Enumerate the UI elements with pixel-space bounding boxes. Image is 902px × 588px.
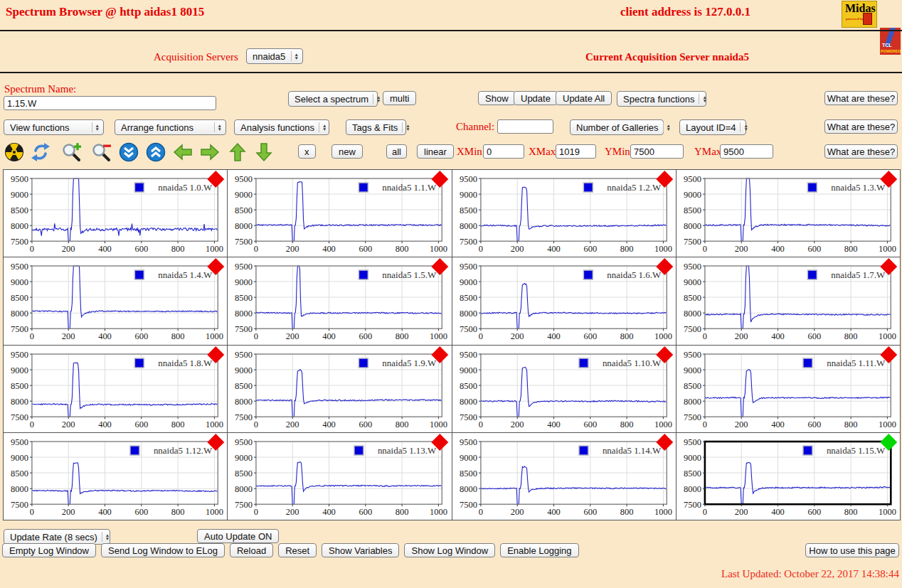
view-functions-select[interactable]: View functions ▲▼: [4, 119, 104, 135]
spectrum-panel-1.6.W[interactable]: 7500800085009000950002004006008001000nna…: [452, 257, 676, 344]
ymax-input[interactable]: [720, 144, 773, 159]
spectrum-plot: 7500800085009000950002004006008001000nna…: [4, 170, 227, 257]
svg-text:200: 200: [62, 244, 75, 254]
svg-text:400: 400: [98, 331, 112, 341]
zoom-out-icon[interactable]: [91, 142, 111, 162]
what-are-these-button-3[interactable]: What are these?: [824, 144, 898, 159]
select-arrows-icon: ▲▼: [102, 532, 110, 542]
enable-logging-button[interactable]: Enable Logging: [500, 543, 578, 557]
spectrum-panel-1.0.W[interactable]: 7500800085009000950002004006008001000nna…: [4, 170, 227, 257]
spectrum-panel-1.3.W[interactable]: 7500800085009000950002004006008001000nna…: [676, 170, 900, 257]
xmax-input[interactable]: [556, 144, 596, 159]
header-divider: [0, 30, 902, 31]
spectrum-plot: 7500800085009000950002004006008001000nna…: [676, 170, 900, 257]
svg-text:600: 600: [807, 331, 821, 341]
svg-text:400: 400: [322, 331, 336, 341]
what-are-these-button-2[interactable]: What are these?: [824, 119, 898, 134]
svg-text:8000: 8000: [684, 396, 701, 406]
auto-update-button[interactable]: Auto Update ON: [197, 529, 279, 543]
svg-text:9000: 9000: [684, 365, 701, 375]
svg-text:800: 800: [171, 507, 185, 517]
number-of-galleries-select[interactable]: Number of Galleries ▲▼: [570, 119, 664, 135]
reload-button[interactable]: Reload: [230, 543, 273, 557]
svg-text:1000: 1000: [430, 331, 447, 341]
svg-text:800: 800: [844, 419, 858, 429]
scroll-down-icon[interactable]: [119, 142, 139, 162]
svg-text:9500: 9500: [684, 262, 701, 272]
send-log-window-to-elog-button[interactable]: Send Log Window to ELog: [101, 543, 225, 557]
layout-id-select[interactable]: Layout ID=4 ▲▼: [679, 119, 746, 135]
linear-button[interactable]: linear: [417, 144, 454, 159]
radiation-icon[interactable]: [4, 142, 24, 162]
analysis-functions-value: Analysis functions: [240, 122, 314, 133]
spectrum-panel-1.4.W[interactable]: 7500800085009000950002004006008001000nna…: [4, 257, 227, 344]
spectrum-panel-1.9.W[interactable]: 7500800085009000950002004006008001000nna…: [228, 346, 451, 432]
spectrum-plot: 7500800085009000950002004006008001000nna…: [452, 170, 676, 257]
show-button[interactable]: Show: [478, 91, 516, 105]
spectra-functions-select[interactable]: Spectra functions ▲▼: [617, 91, 706, 107]
spectrum-panel-1.12.W[interactable]: 7500800085009000950002004006008001000nna…: [4, 433, 227, 520]
spectrum-panel-1.15.W[interactable]: 7500800085009000950002004006008001000nna…: [676, 433, 900, 520]
new-button[interactable]: new: [331, 144, 363, 159]
spectrum-panel-1.2.W[interactable]: 7500800085009000950002004006008001000nna…: [452, 170, 676, 257]
spectrum-panel-1.7.W[interactable]: 7500800085009000950002004006008001000nna…: [676, 257, 900, 344]
svg-text:7500: 7500: [11, 324, 28, 334]
spectrum-name-input[interactable]: [4, 96, 216, 110]
analysis-functions-select[interactable]: Analysis functions ▲▼: [234, 119, 329, 135]
svg-text:0: 0: [30, 419, 34, 429]
scroll-up-icon[interactable]: [146, 142, 166, 162]
svg-text:8000: 8000: [460, 396, 477, 406]
svg-text:7500: 7500: [11, 412, 28, 422]
xmin-input[interactable]: [483, 144, 524, 159]
arrow-right-icon[interactable]: [200, 142, 220, 162]
svg-text:200: 200: [735, 507, 748, 517]
spectrum-name-label: Spectrum Name:: [4, 83, 76, 95]
svg-text:8000: 8000: [11, 221, 28, 231]
svg-text:nnaida5 1.7.W: nnaida5 1.7.W: [831, 269, 886, 280]
multi-button[interactable]: multi: [383, 91, 416, 105]
update-button[interactable]: Update: [514, 91, 558, 105]
arrange-functions-select[interactable]: Arrange functions ▲▼: [115, 119, 226, 135]
svg-text:8000: 8000: [11, 309, 28, 319]
arrow-up-icon[interactable]: [228, 142, 248, 162]
x-button[interactable]: x: [298, 144, 316, 159]
svg-text:600: 600: [583, 331, 597, 341]
reset-button[interactable]: Reset: [278, 543, 317, 557]
ymin-input[interactable]: [630, 144, 684, 159]
show-variables-button[interactable]: Show Variables: [322, 543, 399, 557]
spectrum-plot: 7500800085009000950002004006008001000nna…: [452, 433, 676, 520]
svg-text:600: 600: [807, 244, 821, 254]
channel-input[interactable]: [497, 119, 553, 134]
what-are-these-button-1[interactable]: What are these?: [824, 91, 898, 105]
spectrum-panel-1.13.W[interactable]: 7500800085009000950002004006008001000nna…: [228, 433, 451, 520]
svg-text:400: 400: [547, 331, 561, 341]
spectrum-panel-1.1.W[interactable]: 7500800085009000950002004006008001000nna…: [228, 170, 451, 257]
update-rate-select[interactable]: Update Rate (8 secs) ▲▼: [4, 529, 110, 545]
arrow-down-icon[interactable]: [254, 142, 274, 162]
svg-text:8500: 8500: [460, 205, 477, 215]
svg-text:400: 400: [98, 419, 112, 429]
show-log-window-button[interactable]: Show Log Window: [404, 543, 495, 557]
update-all-button[interactable]: Update All: [556, 91, 612, 105]
spectrum-panel-1.8.W[interactable]: 7500800085009000950002004006008001000nna…: [4, 346, 227, 432]
empty-log-window-button[interactable]: Empty Log Window: [2, 543, 96, 557]
acquisition-server-select[interactable]: nnaida5 ▲▼: [246, 48, 303, 64]
spectrum-plot: 7500800085009000950002004006008001000nna…: [4, 433, 227, 520]
tags-fits-select[interactable]: Tags & Fits ▲▼: [346, 119, 406, 135]
spectrum-panel-1.10.W[interactable]: 7500800085009000950002004006008001000nna…: [452, 346, 676, 432]
all-button[interactable]: all: [386, 144, 407, 159]
current-acquisition-server: Current Acquisition Server nnaida5: [585, 51, 749, 63]
svg-text:0: 0: [30, 331, 34, 341]
spectrum-panel-1.11.W[interactable]: 7500800085009000950002004006008001000nna…: [676, 346, 900, 432]
spectrum-panel-1.14.W[interactable]: 7500800085009000950002004006008001000nna…: [452, 433, 676, 520]
svg-text:800: 800: [620, 331, 633, 341]
zoom-in-icon[interactable]: [61, 142, 81, 162]
refresh-icon[interactable]: [31, 142, 51, 162]
how-to-use-button[interactable]: How to use this page: [805, 543, 899, 557]
view-functions-value: View functions: [10, 122, 70, 133]
spectrum-panel-1.5.W[interactable]: 7500800085009000950002004006008001000nna…: [228, 257, 451, 344]
arrow-left-icon[interactable]: [173, 142, 193, 162]
select-a-spectrum-select[interactable]: Select a spectrum ▲▼: [288, 91, 378, 107]
svg-text:9000: 9000: [460, 190, 477, 200]
spectrum-plot: 7500800085009000950002004006008001000nna…: [228, 433, 451, 520]
